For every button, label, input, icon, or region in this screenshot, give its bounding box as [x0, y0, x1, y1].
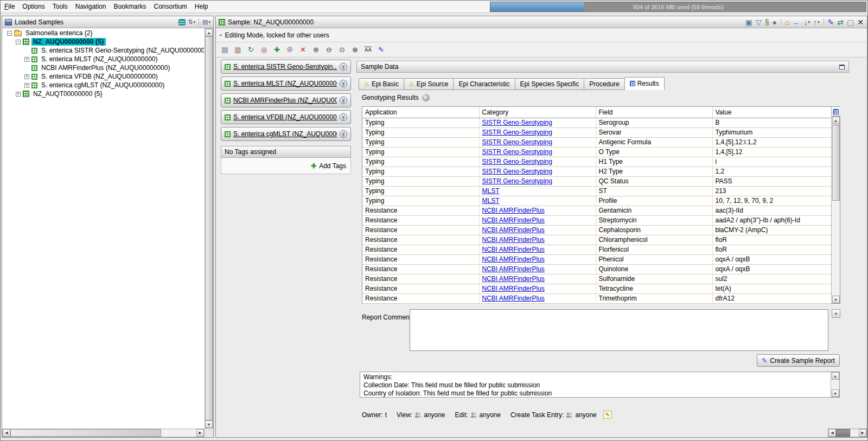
category-link[interactable]: SISTR Geno-Serotyping: [482, 168, 552, 175]
column-header[interactable]: Field: [596, 107, 712, 118]
task-button[interactable]: NCBI AMRFinderPlus (NZ_AUQU00000...≫: [221, 93, 351, 107]
category-link[interactable]: NCBI AMRFinderPlus: [482, 255, 545, 263]
sync-icon[interactable]: ↻: [245, 44, 257, 55]
cancel-icon[interactable]: ⊗: [349, 44, 361, 55]
menu-bookmarks[interactable]: Bookmarks: [110, 1, 150, 12]
panel-menu-icon[interactable]: ▤▾: [202, 18, 210, 25]
tree-item[interactable]: +S. enterica MLST (NZ_AUQU00000000): [3, 55, 204, 63]
category-link[interactable]: SISTR Geno-Serotyping: [482, 177, 552, 185]
collapse-icon[interactable]: −: [16, 40, 21, 44]
expand-icon[interactable]: +: [24, 83, 29, 88]
expand-icon[interactable]: +: [16, 92, 21, 97]
save-icon[interactable]: ▢: [846, 18, 854, 27]
scroll-up-icon[interactable]: ▲: [832, 117, 840, 124]
expand-icon[interactable]: +: [24, 57, 29, 62]
scroll-right-icon[interactable]: ▶: [196, 429, 204, 437]
tab-epi-source[interactable]: ⚠Epi Source: [404, 78, 454, 90]
table-row[interactable]: ResistanceNCBI AMRFinderPlusTrimethoprim…: [362, 293, 831, 303]
tree-item[interactable]: S. enterica SISTR Geno-Serotyping (NZ_AU…: [3, 46, 204, 55]
table-row[interactable]: ResistanceNCBI AMRFinderPlusStreptomycin…: [362, 215, 831, 225]
sign-icon[interactable]: ✎: [827, 18, 835, 27]
warnings-scrollbar[interactable]: ▲ ▼: [831, 372, 839, 397]
dna-icon[interactable]: §: [764, 18, 770, 27]
menu-tools[interactable]: Tools: [49, 1, 72, 12]
tree-horizontal-scrollbar[interactable]: ◀ ▶: [2, 429, 205, 437]
table-row[interactable]: ResistanceNCBI AMRFinderPlusFlorfenicolf…: [362, 245, 831, 254]
table-row[interactable]: TypingSISTR Geno-SerotypingAntigenic For…: [362, 137, 831, 147]
table-row[interactable]: ResistanceNCBI AMRFinderPlusCephalospori…: [362, 225, 831, 235]
report-printer-icon[interactable]: ▥: [232, 44, 244, 55]
comment-dropdown-icon[interactable]: ▼: [832, 309, 840, 318]
tab-results[interactable]: Results: [624, 77, 665, 90]
tab-epi-species-specific[interactable]: Epi Species Specific: [515, 78, 585, 90]
category-link[interactable]: SISTR Geno-Serotyping: [482, 138, 552, 146]
menu-navigation[interactable]: Navigation: [72, 1, 110, 12]
scrollbar-thumb[interactable]: [836, 429, 850, 437]
category-link[interactable]: SISTR Geno-Serotyping: [482, 119, 552, 126]
sphere-icon[interactable]: ●: [772, 18, 777, 27]
create-sample-report-button[interactable]: ✎ Create Sample Report: [757, 354, 840, 367]
refresh-icon[interactable]: ↻: [422, 94, 430, 101]
menu-consortium[interactable]: Consortium: [150, 1, 190, 12]
create-report-icon[interactable]: ✎: [375, 44, 387, 55]
scroll-down-icon[interactable]: ▼: [832, 389, 839, 397]
task-button[interactable]: S. enterica MLST (NZ_AUQU00000000)≫: [221, 76, 351, 91]
menu-help[interactable]: Help: [191, 1, 212, 12]
target-icon[interactable]: ◎: [258, 44, 270, 55]
task-button[interactable]: S. enterica cgMLST (NZ_AUQU00000...≫: [221, 127, 351, 141]
category-link[interactable]: NCBI AMRFinderPlus: [482, 295, 545, 302]
scroll-up-icon[interactable]: ▲: [205, 29, 213, 36]
attach-icon[interactable]: ✇: [284, 44, 296, 55]
tree-vertical-scrollbar[interactable]: ▲ ▼: [205, 28, 213, 429]
category-link[interactable]: NCBI AMRFinderPlus: [482, 275, 545, 283]
column-header[interactable]: Category: [479, 107, 596, 118]
tab-procedure[interactable]: Procedure: [584, 78, 624, 90]
filter-icon[interactable]: ▽: [755, 18, 762, 27]
scroll-right-icon[interactable]: ▶: [859, 429, 866, 437]
delete-icon[interactable]: ✕: [297, 44, 309, 55]
table-row[interactable]: ResistanceNCBI AMRFinderPlusTetracycline…: [362, 284, 831, 293]
scrollbar-thumb[interactable]: [10, 429, 161, 437]
category-link[interactable]: NCBI AMRFinderPlus: [482, 216, 545, 224]
menu-file[interactable]: File: [1, 1, 18, 12]
category-link[interactable]: NCBI AMRFinderPlus: [482, 246, 545, 253]
add-tags-button[interactable]: Add Tags: [319, 162, 346, 170]
column-config-icon[interactable]: [832, 107, 840, 117]
edit-table-icon[interactable]: ▤: [219, 44, 231, 55]
category-link[interactable]: MLST: [482, 187, 500, 195]
pin-icon[interactable]: ✚: [271, 44, 283, 55]
transfer-icon[interactable]: ⇄: [837, 18, 844, 27]
column-header[interactable]: Application: [362, 107, 479, 118]
scroll-left-icon[interactable]: ◀: [3, 429, 10, 437]
task-button[interactable]: S. enterica SISTR Geno-Serotypin...≫: [221, 60, 351, 74]
category-link[interactable]: SISTR Geno-Serotyping: [482, 129, 552, 136]
zoom-in-icon[interactable]: ⊕: [310, 44, 322, 55]
table-row[interactable]: TypingSISTR Geno-SerotypingH2 Type1,2: [362, 167, 831, 176]
home-icon[interactable]: ⌂: [784, 18, 790, 27]
scroll-left-icon[interactable]: ◀: [828, 429, 836, 437]
tree-item[interactable]: NCBI AMRFinderPlus (NZ_AUQU00000000): [3, 63, 204, 72]
down-arrow-icon[interactable]: ↓▾: [803, 18, 811, 27]
font-size-icon[interactable]: AA: [362, 44, 374, 55]
edit-permissions-icon[interactable]: ✎: [603, 411, 612, 419]
collapse-icon[interactable]: −: [7, 31, 12, 36]
tree-item[interactable]: +S. enterica VFDB (NZ_AUQU00000000): [3, 72, 204, 81]
tree-item[interactable]: +S. enterica cgMLST (NZ_AUQU00000000): [3, 81, 204, 90]
category-link[interactable]: NCBI AMRFinderPlus: [482, 236, 545, 244]
report-comment-input[interactable]: [410, 309, 828, 351]
category-link[interactable]: NCBI AMRFinderPlus: [482, 226, 545, 234]
tab-epi-characteristic[interactable]: Epi Characteristic: [453, 78, 515, 90]
table-row[interactable]: ResistanceNCBI AMRFinderPlusQuinoloneoqx…: [362, 264, 831, 274]
table-row[interactable]: TypingSISTR Geno-SerotypingQC StatusPASS: [362, 176, 831, 186]
back-arrow-icon[interactable]: ←: [793, 18, 801, 27]
category-link[interactable]: NCBI AMRFinderPlus: [482, 207, 545, 214]
category-link[interactable]: NCBI AMRFinderPlus: [482, 265, 545, 273]
column-header[interactable]: Value: [712, 107, 831, 118]
table-row[interactable]: ResistanceNCBI AMRFinderPlusPhenicoloqxA…: [362, 254, 831, 264]
database-icon[interactable]: [178, 19, 186, 25]
tree-item[interactable]: +NZ_AUQT00000000 {5}: [3, 90, 204, 98]
scroll-down-icon[interactable]: ▼: [832, 296, 840, 303]
menu-options[interactable]: Options: [18, 1, 48, 12]
screen-icon[interactable]: ▣: [745, 18, 753, 27]
category-link[interactable]: MLST: [482, 197, 500, 204]
